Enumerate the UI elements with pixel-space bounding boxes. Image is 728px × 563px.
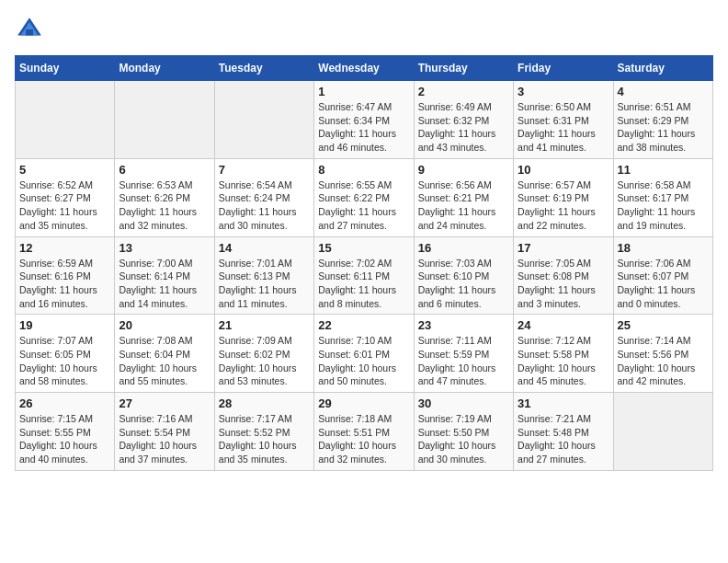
- calendar-cell: 24Sunrise: 7:12 AM Sunset: 5:58 PM Dayli…: [514, 315, 613, 393]
- header-saturday: Saturday: [613, 56, 712, 81]
- day-number: 31: [518, 396, 609, 410]
- calendar-cell: 9Sunrise: 6:56 AM Sunset: 6:21 PM Daylig…: [414, 158, 513, 236]
- day-info: Sunrise: 7:16 AM Sunset: 5:54 PM Dayligh…: [119, 412, 210, 466]
- calendar-cell: 11Sunrise: 6:58 AM Sunset: 6:17 PM Dayli…: [613, 158, 712, 236]
- calendar-header: SundayMondayTuesdayWednesdayThursdayFrid…: [16, 56, 713, 81]
- day-info: Sunrise: 7:02 AM Sunset: 6:11 PM Dayligh…: [318, 257, 409, 311]
- day-number: 11: [618, 163, 709, 177]
- day-info: Sunrise: 6:54 AM Sunset: 6:24 PM Dayligh…: [219, 178, 310, 233]
- day-info: Sunrise: 6:51 AM Sunset: 6:29 PM Dayligh…: [618, 100, 709, 155]
- calendar-cell: 30Sunrise: 7:19 AM Sunset: 5:50 PM Dayli…: [414, 393, 513, 471]
- day-info: Sunrise: 7:00 AM Sunset: 6:14 PM Dayligh…: [119, 257, 210, 311]
- day-info: Sunrise: 6:52 AM Sunset: 6:27 PM Dayligh…: [19, 178, 110, 233]
- day-number: 26: [19, 396, 110, 410]
- day-info: Sunrise: 7:12 AM Sunset: 5:58 PM Dayligh…: [518, 334, 609, 388]
- day-info: Sunrise: 7:08 AM Sunset: 6:04 PM Dayligh…: [119, 334, 210, 388]
- calendar-cell: 10Sunrise: 6:57 AM Sunset: 6:19 PM Dayli…: [514, 158, 613, 236]
- calendar-cell: 23Sunrise: 7:11 AM Sunset: 5:59 PM Dayli…: [414, 315, 513, 393]
- calendar-cell: 22Sunrise: 7:10 AM Sunset: 6:01 PM Dayli…: [314, 315, 414, 393]
- header-sunday: Sunday: [16, 56, 115, 81]
- day-number: 7: [219, 163, 310, 177]
- week-row-0: 1Sunrise: 6:47 AM Sunset: 6:34 PM Daylig…: [16, 81, 713, 159]
- calendar-cell: 19Sunrise: 7:07 AM Sunset: 6:05 PM Dayli…: [16, 315, 115, 393]
- day-number: 18: [618, 241, 709, 255]
- day-info: Sunrise: 6:59 AM Sunset: 6:16 PM Dayligh…: [19, 257, 110, 311]
- calendar-cell: 21Sunrise: 7:09 AM Sunset: 6:02 PM Dayli…: [214, 315, 313, 393]
- day-info: Sunrise: 6:56 AM Sunset: 6:21 PM Dayligh…: [418, 178, 509, 233]
- header-monday: Monday: [115, 56, 214, 81]
- day-number: 13: [119, 241, 210, 255]
- calendar-cell: 28Sunrise: 7:17 AM Sunset: 5:52 PM Dayli…: [214, 393, 313, 471]
- calendar-cell: 25Sunrise: 7:14 AM Sunset: 5:56 PM Dayli…: [613, 315, 712, 393]
- day-info: Sunrise: 7:09 AM Sunset: 6:02 PM Dayligh…: [219, 334, 310, 388]
- header-thursday: Thursday: [414, 56, 513, 81]
- day-info: Sunrise: 7:11 AM Sunset: 5:59 PM Dayligh…: [418, 334, 509, 388]
- day-number: 2: [418, 85, 509, 98]
- day-number: 24: [518, 318, 609, 332]
- calendar-cell: 17Sunrise: 7:05 AM Sunset: 6:08 PM Dayli…: [514, 236, 613, 315]
- calendar-cell: 1Sunrise: 6:47 AM Sunset: 6:34 PM Daylig…: [314, 81, 414, 159]
- day-info: Sunrise: 6:58 AM Sunset: 6:17 PM Dayligh…: [618, 178, 709, 233]
- day-info: Sunrise: 7:21 AM Sunset: 5:48 PM Dayligh…: [518, 412, 609, 466]
- calendar-cell: 20Sunrise: 7:08 AM Sunset: 6:04 PM Dayli…: [115, 315, 214, 393]
- header-wednesday: Wednesday: [314, 56, 414, 81]
- calendar-cell: 31Sunrise: 7:21 AM Sunset: 5:48 PM Dayli…: [514, 393, 613, 471]
- week-row-2: 12Sunrise: 6:59 AM Sunset: 6:16 PM Dayli…: [16, 236, 713, 315]
- day-number: 25: [618, 318, 709, 332]
- day-number: 5: [19, 163, 110, 177]
- calendar-cell: [214, 81, 313, 159]
- day-info: Sunrise: 7:03 AM Sunset: 6:10 PM Dayligh…: [418, 257, 509, 311]
- day-number: 29: [318, 396, 409, 410]
- day-number: 21: [219, 318, 310, 332]
- day-number: 27: [119, 396, 210, 410]
- day-info: Sunrise: 6:49 AM Sunset: 6:32 PM Dayligh…: [418, 100, 509, 155]
- day-number: 15: [318, 241, 409, 255]
- header-tuesday: Tuesday: [214, 56, 313, 81]
- calendar-cell: 26Sunrise: 7:15 AM Sunset: 5:55 PM Dayli…: [16, 393, 115, 471]
- day-number: 3: [518, 85, 609, 98]
- day-number: 9: [418, 163, 509, 177]
- logo: [15, 15, 48, 44]
- day-number: 8: [318, 163, 409, 177]
- calendar-cell: 7Sunrise: 6:54 AM Sunset: 6:24 PM Daylig…: [214, 158, 313, 236]
- day-info: Sunrise: 7:15 AM Sunset: 5:55 PM Dayligh…: [19, 412, 110, 466]
- day-info: Sunrise: 7:14 AM Sunset: 5:56 PM Dayligh…: [618, 334, 709, 388]
- calendar-cell: 4Sunrise: 6:51 AM Sunset: 6:29 PM Daylig…: [613, 81, 712, 159]
- svg-rect-2: [26, 29, 33, 35]
- calendar-cell: 16Sunrise: 7:03 AM Sunset: 6:10 PM Dayli…: [414, 236, 513, 315]
- day-number: 14: [219, 241, 310, 255]
- calendar-cell: 18Sunrise: 7:06 AM Sunset: 6:07 PM Dayli…: [613, 236, 712, 315]
- calendar-cell: 29Sunrise: 7:18 AM Sunset: 5:51 PM Dayli…: [314, 393, 414, 471]
- day-number: 1: [318, 85, 409, 98]
- day-info: Sunrise: 7:06 AM Sunset: 6:07 PM Dayligh…: [618, 257, 709, 311]
- header-friday: Friday: [514, 56, 613, 81]
- week-row-4: 26Sunrise: 7:15 AM Sunset: 5:55 PM Dayli…: [16, 393, 713, 471]
- day-number: 22: [318, 318, 409, 332]
- day-number: 19: [19, 318, 110, 332]
- day-info: Sunrise: 6:50 AM Sunset: 6:31 PM Dayligh…: [518, 100, 609, 155]
- day-info: Sunrise: 7:17 AM Sunset: 5:52 PM Dayligh…: [219, 412, 310, 466]
- calendar-cell: 2Sunrise: 6:49 AM Sunset: 6:32 PM Daylig…: [414, 81, 513, 159]
- page-header: [15, 15, 713, 44]
- calendar-cell: 14Sunrise: 7:01 AM Sunset: 6:13 PM Dayli…: [214, 236, 313, 315]
- calendar-cell: 8Sunrise: 6:55 AM Sunset: 6:22 PM Daylig…: [314, 158, 414, 236]
- calendar-cell: 3Sunrise: 6:50 AM Sunset: 6:31 PM Daylig…: [514, 81, 613, 159]
- day-number: 4: [618, 85, 709, 98]
- calendar-body: 1Sunrise: 6:47 AM Sunset: 6:34 PM Daylig…: [16, 81, 713, 471]
- day-number: 23: [418, 318, 509, 332]
- day-number: 12: [19, 241, 110, 255]
- logo-icon: [15, 15, 44, 44]
- day-number: 10: [518, 163, 609, 177]
- calendar-cell: [16, 81, 115, 159]
- calendar-cell: [115, 81, 214, 159]
- day-number: 28: [219, 396, 310, 410]
- day-number: 17: [518, 241, 609, 255]
- day-number: 30: [418, 396, 509, 410]
- calendar-table: SundayMondayTuesdayWednesdayThursdayFrid…: [15, 55, 713, 471]
- week-row-1: 5Sunrise: 6:52 AM Sunset: 6:27 PM Daylig…: [16, 158, 713, 236]
- calendar-cell: 5Sunrise: 6:52 AM Sunset: 6:27 PM Daylig…: [16, 158, 115, 236]
- calendar-cell: 6Sunrise: 6:53 AM Sunset: 6:26 PM Daylig…: [115, 158, 214, 236]
- day-info: Sunrise: 7:01 AM Sunset: 6:13 PM Dayligh…: [219, 257, 310, 311]
- day-info: Sunrise: 7:10 AM Sunset: 6:01 PM Dayligh…: [318, 334, 409, 388]
- calendar-cell: 12Sunrise: 6:59 AM Sunset: 6:16 PM Dayli…: [16, 236, 115, 315]
